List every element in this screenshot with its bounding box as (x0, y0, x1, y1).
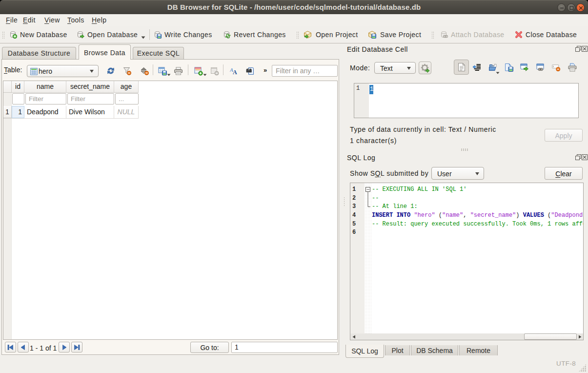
svg-text:A: A (233, 69, 237, 75)
